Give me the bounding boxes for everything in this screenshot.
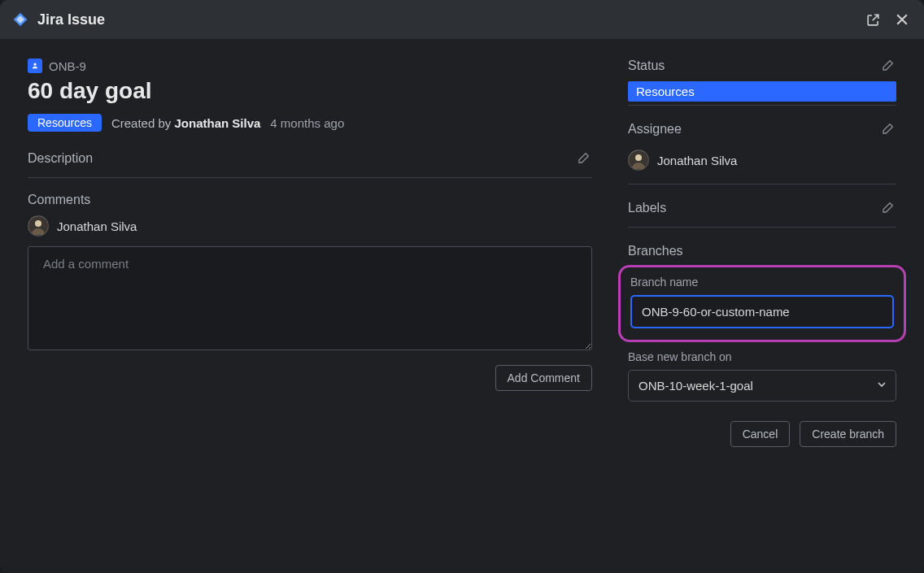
window-title: Jira Issue (37, 11, 105, 28)
branch-name-input[interactable] (630, 295, 894, 328)
assignee-label: Assignee (628, 122, 682, 137)
labels-label: Labels (628, 201, 666, 215)
content-area: ONB-9 60 day goal Resources Created by J… (0, 39, 924, 573)
side-column: Status Resources Assignee (628, 59, 896, 553)
svg-point-4 (635, 154, 642, 161)
base-branch-select-wrap: ONB-10-week-1-goal (628, 370, 896, 402)
jira-issue-window: Jira Issue ONB-9 60 day goal Resources C… (0, 0, 924, 573)
titlebar: Jira Issue (0, 0, 924, 39)
avatar (628, 150, 649, 171)
status-badge[interactable]: Resources (28, 114, 102, 132)
jira-icon (11, 11, 29, 28)
description-label: Description (28, 151, 93, 166)
edit-status-icon[interactable] (882, 59, 896, 73)
branch-name-label: Branch name (630, 276, 894, 289)
description-header: Description (28, 151, 592, 174)
edit-labels-icon[interactable] (882, 201, 896, 215)
status-value[interactable]: Resources (628, 81, 896, 102)
created-by-label: Created by (111, 116, 171, 130)
add-comment-button[interactable]: Add Comment (495, 365, 592, 391)
open-external-icon[interactable] (862, 9, 883, 30)
issue-key: ONB-9 (49, 59, 86, 73)
assignee-row: Jonathan Silva (628, 150, 896, 171)
breadcrumb[interactable]: ONB-9 (28, 59, 592, 73)
svg-point-0 (33, 63, 36, 66)
assignee-header: Assignee (628, 122, 896, 145)
status-label: Status (628, 59, 665, 73)
comment-author-row: Jonathan Silva (28, 215, 592, 237)
assignee-value: Jonathan Silva (657, 154, 737, 167)
issue-meta: Resources Created by Jonathan Silva 4 mo… (28, 114, 592, 132)
comment-author: Jonathan Silva (57, 219, 137, 233)
status-header: Status (628, 59, 896, 81)
labels-header: Labels (628, 201, 896, 224)
edit-assignee-icon[interactable] (882, 122, 896, 137)
edit-description-icon[interactable] (578, 151, 592, 166)
base-branch-select[interactable]: ONB-10-week-1-goal (628, 370, 896, 402)
issue-author: Jonathan Silva (174, 116, 260, 130)
comment-input[interactable] (28, 246, 592, 350)
cancel-button[interactable]: Cancel (730, 421, 791, 447)
svg-point-2 (35, 220, 41, 227)
main-column: ONB-9 60 day goal Resources Created by J… (28, 59, 592, 553)
branch-name-highlight: Branch name (618, 265, 906, 342)
close-icon[interactable] (891, 9, 913, 30)
base-branch-label: Base new branch on (628, 350, 896, 363)
create-branch-button[interactable]: Create branch (800, 421, 896, 447)
issue-type-icon (28, 59, 42, 73)
divider (628, 227, 896, 228)
avatar (28, 215, 49, 237)
issue-title: 60 day goal (28, 78, 592, 104)
divider (628, 184, 896, 184)
comments-label: Comments (28, 193, 592, 207)
divider (628, 105, 896, 106)
divider (28, 177, 592, 178)
created-ago: 4 months ago (270, 116, 344, 130)
branches-label: Branches (628, 244, 896, 258)
